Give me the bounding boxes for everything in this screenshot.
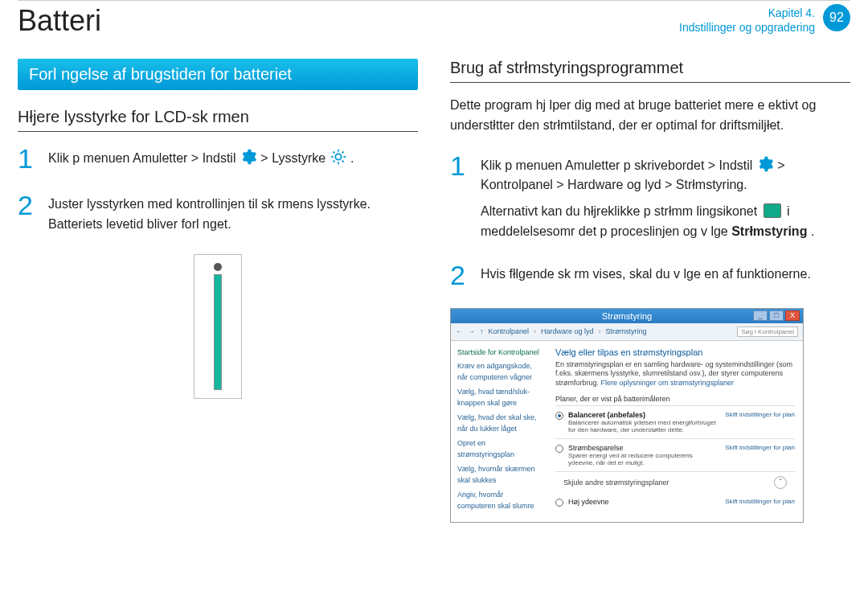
- subheading-brightness: Hłjere lysstyrke for LCD-sk rmen: [18, 108, 418, 132]
- power-plan-row[interactable]: Balanceret (anbefales) Balancerer automa…: [555, 405, 795, 438]
- gear-icon: [240, 148, 257, 166]
- radio-icon[interactable]: [555, 499, 563, 507]
- search-input[interactable]: Søg i Kontrolpanel: [737, 326, 798, 337]
- main-heading: Vælg eller tilpas en strømstyringsplan: [555, 347, 795, 357]
- page-number-badge: 92: [823, 4, 850, 31]
- window-minimize-icon[interactable]: _: [753, 310, 768, 321]
- page-title: Batteri: [18, 4, 101, 38]
- brightness-slider-illustration: [194, 254, 242, 399]
- plan-settings-link[interactable]: Skift indstillinger for plan: [725, 444, 795, 451]
- battery-tray-icon: [764, 203, 781, 218]
- step-text: Klik p menuen Amuletter p skrivebordet >…: [481, 158, 756, 172]
- sidebar: Startside for Kontrolpanel Kræv en adgan…: [451, 341, 547, 523]
- step-text: .: [350, 151, 354, 165]
- step-number: 2: [18, 191, 40, 235]
- breadcrumb[interactable]: Kontrolpanel: [489, 327, 530, 335]
- step-text: Klik p menuen Amuletter > Indstil: [48, 151, 240, 165]
- svg-point-0: [335, 154, 341, 159]
- plan-settings-link[interactable]: Skift indstillinger for plan: [725, 411, 795, 418]
- plan-name: Balanceret (anbefales): [568, 411, 720, 419]
- step-text: Juster lysstyrken med kontrollinjen til …: [48, 195, 371, 215]
- info-link[interactable]: Flere oplysninger om strømstyringsplaner: [601, 379, 735, 387]
- step-number: 1: [18, 145, 40, 172]
- left-step-2: 2 Juster lysstyrken med kontrollinjen ti…: [18, 191, 418, 235]
- chapter-line-2: Indstillinger og opgradering: [679, 20, 815, 35]
- svg-line-7: [333, 161, 334, 162]
- window-title: Strømstyring: [602, 311, 652, 321]
- step-text: Alternativt kan du hłjreklikke p strłmm …: [481, 204, 761, 218]
- sidebar-link[interactable]: Vælg, hvad der skal ske, når du lukker l…: [457, 413, 541, 434]
- svg-line-5: [333, 151, 334, 153]
- breadcrumb[interactable]: Hardware og lyd: [541, 327, 594, 335]
- plan-desc: Balancerer automatisk ydelsen med energi…: [568, 419, 720, 433]
- sidebar-link[interactable]: Angiv, hvornår computeren skal slumre: [457, 490, 541, 511]
- right-step-2: 2 Hvis fłlgende sk rm vises, skal du v l…: [450, 261, 850, 289]
- subheading-power: Brug af strłmstyringsprogrammet: [450, 59, 850, 83]
- plan-settings-link[interactable]: Skift indstillinger for plan: [725, 498, 795, 505]
- step-number: 1: [450, 152, 473, 242]
- gear-icon: [756, 155, 774, 173]
- collapse-row[interactable]: Skjule andre strømstyringsplaner ˄: [555, 471, 795, 493]
- sidebar-heading[interactable]: Startside for Kontrolpanel: [457, 347, 541, 359]
- window-maximize-icon[interactable]: □: [769, 310, 784, 321]
- power-plan-row[interactable]: Høj ydeevne Skift indstillinger for plan: [555, 493, 795, 511]
- step-number: 2: [450, 261, 473, 289]
- power-description: Dette program hj lper dig med at bruge b…: [450, 96, 850, 136]
- slider-handle-icon: [214, 263, 222, 271]
- plan-group-label: Planer, der er vist på batterimåleren: [555, 395, 795, 403]
- nav-forward-icon[interactable]: →: [468, 327, 475, 335]
- sidebar-link[interactable]: Vælg, hvornår skærmen skal slukkes: [457, 464, 541, 486]
- window-close-icon[interactable]: X: [785, 310, 800, 321]
- window-titlebar: Strømstyring _ □ X: [451, 309, 803, 323]
- plan-desc: Sparer energi ved at reducere computeren…: [568, 452, 720, 466]
- main-text: En strømstyringsplan er en samling hardw…: [555, 360, 795, 388]
- radio-icon[interactable]: [555, 445, 563, 453]
- power-plan-row[interactable]: Strømbesparelse Sparer energi ved at red…: [555, 438, 795, 471]
- nav-up-icon[interactable]: ↑: [480, 327, 484, 335]
- left-step-1: 1 Klik p menuen Amuletter > Indstil > Ly…: [18, 145, 418, 172]
- step-text: Hvis fłlgende sk rm vises, skal du v lge…: [481, 267, 811, 281]
- chapter-block: Kapitel 4. Indstillinger og opgradering …: [679, 4, 850, 35]
- section-band: Forl ngelse af brugstiden for batteriet: [18, 59, 418, 90]
- chevron-up-icon[interactable]: ˄: [774, 476, 787, 489]
- sidebar-link[interactable]: Vælg, hvad tænd/sluk-knappen skal gøre: [457, 387, 541, 409]
- sidebar-link[interactable]: Opret en strømstyringsplan: [457, 438, 541, 460]
- svg-line-6: [342, 161, 343, 162]
- sidebar-link[interactable]: Kræv en adgangskode, når computeren vågn…: [457, 361, 541, 383]
- collapse-label: Skjule andre strømstyringsplaner: [563, 478, 669, 487]
- slider-track-icon: [214, 274, 222, 390]
- step-text: .: [811, 224, 814, 238]
- control-panel-screenshot: Strømstyring _ □ X ← → ↑ Kontrolpanel › …: [450, 308, 804, 524]
- chapter-line-1: Kapitel 4.: [679, 6, 815, 20]
- nav-back-icon[interactable]: ←: [456, 327, 463, 335]
- step-text: > Lysstyrke: [260, 151, 329, 165]
- step-text-bold: Strłmstyring: [731, 224, 807, 238]
- svg-line-8: [342, 151, 343, 153]
- radio-selected-icon[interactable]: [555, 412, 563, 420]
- brightness-icon: [330, 148, 347, 166]
- right-step-1: 1 Klik p menuen Amuletter p skrivebordet…: [450, 152, 850, 242]
- nav-bar: ← → ↑ Kontrolpanel › Hardware og lyd › S…: [451, 323, 803, 341]
- plan-name: Strømbesparelse: [568, 444, 720, 452]
- breadcrumb[interactable]: Strømstyring: [606, 327, 647, 335]
- step-text: Batteriets levetid bliver forl nget.: [48, 215, 371, 235]
- main-pane: Vælg eller tilpas en strømstyringsplan E…: [547, 341, 803, 523]
- plan-name: Høj ydeevne: [568, 498, 720, 506]
